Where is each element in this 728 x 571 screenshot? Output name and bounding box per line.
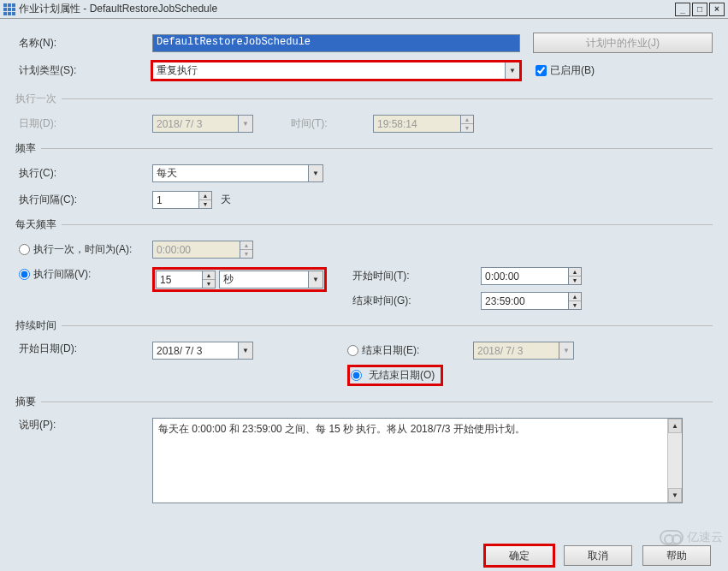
description-textarea[interactable]: 每天在 0:00:00 和 23:59:00 之间、每 15 秒 执行。将从 2…: [152, 418, 683, 503]
spin-up-icon[interactable]: ▲: [569, 293, 581, 301]
end-time-label: 结束时间(G):: [352, 294, 447, 308]
section-duration: 持续时间: [15, 318, 713, 333]
spin-up-icon[interactable]: ▲: [203, 271, 215, 280]
section-frequency-title: 频率: [15, 141, 41, 156]
watermark-text: 亿速云: [687, 530, 723, 545]
occurs-every-radio[interactable]: [19, 269, 30, 280]
occurs-once-value-text: 0:00:00: [153, 241, 240, 258]
schedule-type-value: 重复执行: [153, 63, 505, 78]
occurs-once-radio[interactable]: [19, 244, 30, 255]
title-bar: 作业计划属性 - DefaultRestoreJobSchedule _ □ ×: [0, 0, 728, 19]
occurs-combo[interactable]: 每天 ▼: [152, 164, 323, 182]
spin-up-icon: ▲: [240, 241, 252, 250]
one-time-date-label: 日期(D):: [15, 116, 152, 131]
spin-down-icon: ▼: [461, 124, 473, 132]
enabled-label: 已启用(B): [550, 63, 595, 78]
occurs-once-option[interactable]: 执行一次，时间为(A):: [15, 242, 152, 257]
no-end-date-radio[interactable]: [351, 370, 362, 381]
scrollbar[interactable]: ▲ ▼: [667, 419, 682, 503]
jobs-in-schedule-button[interactable]: 计划中的作业(J): [533, 33, 713, 53]
dropdown-icon[interactable]: ▼: [308, 165, 323, 181]
section-summary-title: 摘要: [15, 395, 41, 409]
description-label: 说明(P):: [15, 418, 152, 432]
occurs-every-option[interactable]: 执行间隔(V):: [15, 267, 152, 282]
window-title: 作业计划属性 - DefaultRestoreJobSchedule: [19, 2, 675, 16]
spin-down-icon: ▼: [240, 250, 252, 258]
ok-button[interactable]: 确定: [485, 545, 553, 566]
occurs-every-value: 15: [157, 271, 202, 288]
name-input[interactable]: DefaultRestoreJobSchedule: [152, 34, 520, 52]
close-button[interactable]: ×: [709, 3, 725, 16]
section-daily-freq-title: 每天频率: [15, 217, 62, 232]
one-time-time-spinner: 19:58:14 ▲▼: [373, 115, 474, 133]
schedule-type-combo[interactable]: 重复执行 ▼: [152, 62, 520, 80]
occurs-once-time-spinner: 0:00:00 ▲▼: [152, 241, 253, 259]
end-date-radio[interactable]: [347, 345, 358, 356]
one-time-date-value: 2018/ 7/ 3: [153, 118, 238, 130]
name-label: 名称(N):: [15, 36, 152, 51]
occurs-once-label: 执行一次，时间为(A):: [33, 242, 132, 257]
spin-down-icon[interactable]: ▼: [199, 200, 211, 208]
occurs-value: 每天: [153, 166, 308, 181]
section-frequency: 频率: [15, 141, 713, 156]
start-date-picker[interactable]: 2018/ 7/ 3 ▼: [152, 342, 253, 360]
spin-down-icon[interactable]: ▼: [569, 301, 581, 309]
one-time-time-label: 时间(T):: [287, 116, 373, 131]
dropdown-icon: ▼: [559, 342, 573, 359]
start-time-spinner[interactable]: 0:00:00 ▲▼: [481, 267, 582, 285]
watermark-logo-icon: [660, 530, 684, 545]
dropdown-icon: ▼: [238, 116, 252, 132]
start-time-label: 开始时间(T):: [352, 269, 447, 283]
spin-down-icon[interactable]: ▼: [569, 277, 581, 284]
end-date-label: 结束日期(E):: [362, 343, 473, 358]
section-daily-frequency: 每天频率: [15, 217, 713, 232]
start-date-value: 2018/ 7/ 3: [153, 345, 238, 357]
watermark: 亿速云: [660, 530, 723, 545]
no-end-date-label: 无结束日期(O): [369, 368, 440, 383]
end-date-value: 2018/ 7/ 3: [474, 345, 559, 357]
section-summary: 摘要: [15, 395, 713, 409]
recurs-spinner[interactable]: 1 ▲▼: [152, 191, 212, 209]
dropdown-icon[interactable]: ▼: [308, 271, 323, 288]
schedule-icon: [3, 3, 15, 15]
spin-up-icon[interactable]: ▲: [569, 268, 581, 277]
recurs-unit: 天: [221, 193, 231, 207]
scroll-down-icon[interactable]: ▼: [668, 488, 682, 503]
recurs-label: 执行间隔(C):: [15, 193, 152, 207]
cancel-button[interactable]: 取消: [564, 545, 632, 566]
start-date-label: 开始日期(D):: [15, 342, 152, 356]
occurs-every-label: 执行间隔(V):: [33, 267, 91, 282]
enabled-checkbox[interactable]: [536, 65, 547, 76]
description-value: 每天在 0:00:00 和 23:59:00 之间、每 15 秒 执行。将从 2…: [158, 423, 525, 435]
spin-down-icon[interactable]: ▼: [203, 280, 215, 288]
spin-up-icon[interactable]: ▲: [199, 192, 211, 200]
occurs-every-highlight: 15 ▲▼ 秒 ▼: [152, 267, 327, 292]
occurs-every-unit-value: 秒: [220, 272, 308, 287]
section-one-time: 执行一次: [15, 92, 713, 106]
one-time-time-value: 19:58:14: [374, 116, 460, 132]
one-time-date-picker: 2018/ 7/ 3 ▼: [152, 115, 253, 133]
scroll-up-icon[interactable]: ▲: [668, 419, 682, 433]
dialog-footer: 确定 取消 帮助: [485, 545, 711, 566]
dropdown-icon[interactable]: ▼: [238, 342, 252, 359]
section-one-time-title: 执行一次: [15, 92, 62, 106]
end-date-picker: 2018/ 7/ 3 ▼: [473, 342, 574, 360]
spin-up-icon: ▲: [461, 116, 473, 124]
schedule-type-label: 计划类型(S):: [15, 63, 152, 78]
dropdown-icon[interactable]: ▼: [505, 62, 519, 79]
no-end-date-highlight: 无结束日期(O): [347, 365, 443, 386]
help-button[interactable]: 帮助: [642, 545, 711, 566]
maximize-button[interactable]: □: [692, 3, 707, 16]
start-time-value: 0:00:00: [482, 268, 568, 284]
occurs-label: 执行(C):: [15, 166, 152, 181]
recurs-value: 1: [153, 192, 198, 208]
occurs-every-unit-combo[interactable]: 秒 ▼: [219, 271, 323, 288]
occurs-every-spinner[interactable]: 15 ▲▼: [156, 271, 216, 288]
end-time-value: 23:59:00: [482, 293, 568, 309]
section-duration-title: 持续时间: [15, 318, 62, 333]
end-time-spinner[interactable]: 23:59:00 ▲▼: [481, 292, 582, 310]
minimize-button[interactable]: _: [675, 3, 690, 16]
